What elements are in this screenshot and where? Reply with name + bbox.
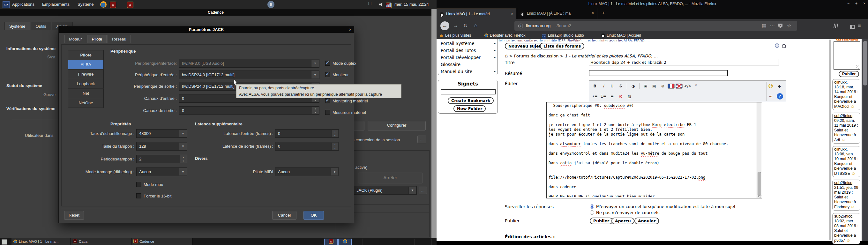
librazik-menu-icon[interactable]: LZK bbox=[3, 1, 9, 8]
red-app-icon-1[interactable] bbox=[110, 2, 116, 8]
menu-places[interactable]: Emplacements bbox=[42, 2, 69, 7]
bookmark-most-visited[interactable]: ✱Les plus visités bbox=[440, 33, 471, 38]
driver-item-firewire[interactable]: FireWire bbox=[68, 69, 104, 79]
tab-linuxmao-forum[interactable]: Linux MAO | 1 - Le matéri × bbox=[437, 8, 516, 19]
pager-firefox-icon[interactable] bbox=[338, 239, 352, 245]
volume-icon[interactable] bbox=[379, 2, 383, 7]
tab-close-icon[interactable]: × bbox=[511, 11, 513, 16]
ok-button[interactable]: OK bbox=[304, 211, 324, 220]
attach-image-icon[interactable]: ▤ bbox=[650, 82, 658, 90]
resize-grip-icon[interactable] bbox=[758, 194, 762, 198]
shield-check-icon[interactable]: ✓ bbox=[778, 24, 782, 28]
cadence-session-more-button[interactable]: ... bbox=[417, 135, 426, 143]
special-char-icon[interactable]: ◆ bbox=[775, 82, 783, 90]
new-topic-button[interactable]: Nouveau sujet bbox=[505, 43, 544, 50]
spinner-arrows-icon[interactable]: ▴▾ bbox=[331, 130, 338, 137]
shoutbox-publish-button[interactable]: Publier bbox=[839, 71, 859, 77]
periods-spinner[interactable]: 2▴▾ bbox=[136, 155, 187, 163]
color-palette-icon[interactable]: ◑ bbox=[629, 82, 637, 90]
find-icon[interactable]: ∞ bbox=[767, 93, 775, 100]
site-info-icon[interactable]: i bbox=[518, 24, 523, 28]
spinner-arrows-icon[interactable]: ▴▾ bbox=[312, 107, 319, 114]
pager-cell[interactable] bbox=[380, 239, 397, 245]
buffer-size-select[interactable]: 128▼ bbox=[136, 142, 187, 151]
cadence-titlebar[interactable]: Cadence bbox=[0, 9, 431, 16]
close-icon[interactable]: × bbox=[349, 27, 351, 33]
maximize-icon[interactable]: + bbox=[855, 1, 858, 6]
interface-select[interactable]: hw:MP3,0 [USB Audio]▼ bbox=[179, 59, 319, 68]
new-folder-button[interactable]: New Folder bbox=[454, 105, 486, 112]
spinner-arrows-icon[interactable]: ▴▾ bbox=[180, 155, 187, 163]
driver-item-netone[interactable]: NetOne bbox=[68, 98, 104, 108]
library-icon[interactable] bbox=[834, 24, 838, 28]
dither-select[interactable]: Aucun▼ bbox=[136, 167, 187, 176]
menu-system[interactable]: Système bbox=[78, 2, 94, 7]
signets-input[interactable] bbox=[441, 89, 496, 94]
page-actions-icon[interactable]: ⋯ bbox=[770, 21, 775, 31]
content-scrollbar[interactable] bbox=[829, 39, 831, 240]
help-icon[interactable]: ? bbox=[777, 93, 783, 99]
sidebar-item-manuel-du-site[interactable]: Manuel du site▸ bbox=[438, 68, 497, 75]
pager-cadence-icon[interactable] bbox=[324, 239, 338, 245]
sidebar-item-portail-d-velopper[interactable]: Portail Développer▸ bbox=[438, 54, 497, 61]
forward-icon[interactable]: → bbox=[453, 23, 458, 28]
numbered-list-icon[interactable]: 1≡ bbox=[600, 93, 607, 100]
reload-icon[interactable]: ↻ bbox=[463, 23, 467, 29]
cadence-configure-button[interactable]: Configurer bbox=[368, 121, 426, 130]
post-textarea[interactable]: Sous-périphérique #0: subdevice #0) donc… bbox=[546, 102, 762, 198]
back-icon[interactable]: ← bbox=[440, 21, 449, 30]
url-bar[interactable]: i linuxmao.org /forum2 ▤ ⋯ ✓ ☆ bbox=[515, 21, 797, 31]
duplex-checkbox[interactable]: Mode duplex bbox=[325, 60, 356, 66]
taskbar-window-3[interactable]: Cadence bbox=[131, 238, 193, 245]
cadence-stop-button[interactable]: Arrêter bbox=[358, 173, 423, 183]
sidebar-item-portail-des-tutos[interactable]: Portail des Tutos▸ bbox=[438, 47, 497, 54]
media-reel-icon[interactable] bbox=[268, 1, 274, 8]
anchor-globe-icon[interactable]: ⊕ bbox=[659, 82, 666, 90]
bookmark-firefox[interactable]: Débuter avec Firefox bbox=[485, 33, 525, 38]
bookmark-librazik[interactable]: LZKLibraZiK studio audio bbox=[542, 33, 584, 39]
taskbar-window-1[interactable]: Linux MAO | 1 - Le ma... bbox=[11, 238, 71, 245]
menu-applications[interactable]: Applications bbox=[12, 2, 34, 7]
watch-option-email[interactable]: M'envoyer un courriel lorsqu'une modific… bbox=[590, 204, 736, 209]
sidebar-item-portail-syst-me[interactable]: Portail Système▸ bbox=[438, 40, 497, 47]
jack-tab-réseau[interactable]: Réseau bbox=[107, 35, 131, 43]
pattern-icon[interactable]: ▨ bbox=[625, 93, 633, 100]
firefox-launcher-icon[interactable] bbox=[100, 1, 106, 8]
input-device-select[interactable]: hw:DSP24,0 [ICE1712 multi]▼ bbox=[179, 70, 319, 79]
driver-item-loopback[interactable]: Loopback bbox=[68, 79, 104, 89]
spinner-arrows-icon[interactable]: ▴▾ bbox=[331, 143, 338, 150]
title-input[interactable]: Hoontech dsp 24 + rack et librazik 2 bbox=[589, 59, 779, 65]
show-desktop-icon[interactable] bbox=[2, 239, 7, 245]
jack-tab-moteur[interactable]: Moteur bbox=[64, 35, 86, 43]
shoutbox-textarea[interactable] bbox=[834, 41, 860, 69]
cadence-plugin-select[interactable]: JACK (Plugin)▼ bbox=[353, 186, 417, 194]
image-icon[interactable]: ▣ bbox=[642, 82, 649, 90]
sidebar-item-glossaire[interactable]: Glossaire bbox=[438, 61, 497, 68]
jack-tab-pilote[interactable]: Pilote bbox=[87, 35, 106, 43]
bold-icon[interactable]: B bbox=[591, 82, 599, 90]
summary-input[interactable] bbox=[589, 70, 728, 76]
forum-list-button[interactable]: Liste des forums bbox=[540, 43, 584, 50]
bullet-list-icon[interactable]: •≡ bbox=[591, 93, 599, 100]
bookmark-penguin[interactable]: Linux MAO | Accueil bbox=[601, 33, 641, 38]
watch-topic-icon[interactable] bbox=[775, 43, 779, 48]
cancel-post-button[interactable]: Annuler bbox=[634, 218, 659, 224]
driver-item-net[interactable]: Net bbox=[68, 89, 104, 98]
driver-item-alsa[interactable]: ALSA bbox=[68, 60, 104, 69]
shoutbox-user-link[interactable]: olinuxx bbox=[834, 80, 847, 85]
reset-button[interactable]: Reset bbox=[64, 211, 84, 220]
smiley-icon[interactable]: ☺ bbox=[767, 82, 775, 90]
strikethrough-icon[interactable]: S bbox=[617, 82, 624, 90]
align-center-icon[interactable]: ≡ bbox=[608, 93, 616, 100]
quote-icon[interactable]: ” bbox=[692, 82, 700, 90]
preview-button[interactable]: Aperçu bbox=[612, 218, 634, 224]
watch-option-noemail[interactable]: Ne pas m'envoyer de courriels bbox=[590, 210, 659, 215]
underline-icon[interactable]: U bbox=[608, 82, 616, 90]
resize-grip-icon[interactable] bbox=[856, 65, 859, 69]
tab-linuxmao-alire[interactable]: Linux MAO | [À LIRE : ma × bbox=[517, 8, 597, 19]
clock[interactable]: mer. 15 mai, 22:24 bbox=[395, 2, 429, 7]
minimize-icon[interactable]: − bbox=[847, 1, 849, 6]
home-breadcrumb-icon[interactable]: ⌂ bbox=[505, 53, 508, 59]
hw-metering-checkbox[interactable]: Mesureur matériel bbox=[325, 110, 366, 115]
shoutbox-user-link[interactable]: sub26nico bbox=[834, 181, 852, 185]
